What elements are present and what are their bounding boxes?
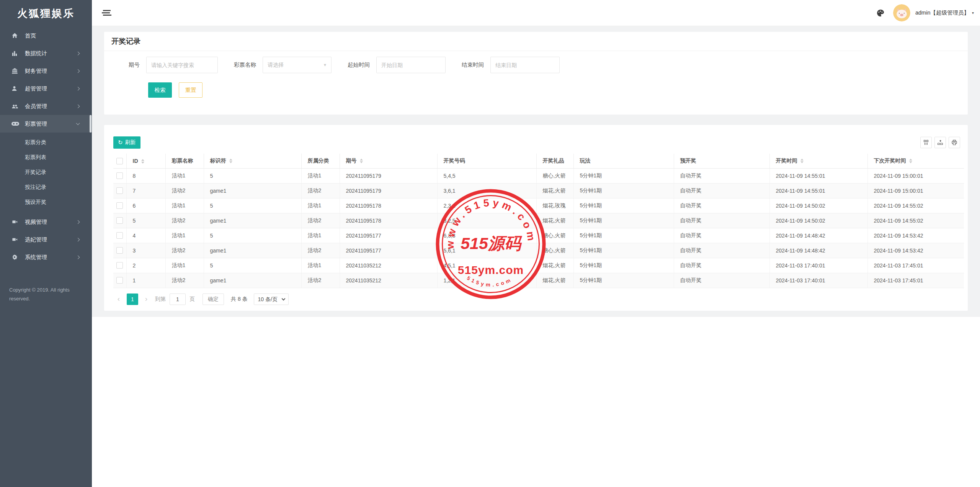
topbar-right: admin【超级管理员】 ▾ [876,4,980,21]
search-button[interactable]: 检索 [148,82,172,98]
cell-draw-gifts: 糖心,火箭 [536,168,573,183]
select-placeholder: 请选择 [268,62,284,68]
row-checkbox[interactable] [116,217,123,224]
sidebar-item-video[interactable]: 视频管理 [0,213,92,231]
cell-draw-gifts: 烟花,火箭 [536,258,573,273]
row-checkbox[interactable] [116,262,123,269]
refresh-button[interactable]: ↻ 刷新 [113,136,140,149]
refresh-icon: ↻ [118,139,123,146]
user-dropdown-caret-icon[interactable]: ▾ [972,11,974,15]
column-header-next-draw-time[interactable]: 下次开奖时间 [867,154,964,168]
column-header-issue[interactable]: 期号 [340,154,437,168]
start-date-input[interactable] [376,57,446,73]
cell-draw-numbers: 5,6,1 [437,243,536,258]
end-date-input[interactable] [490,57,560,73]
table-toolbar: ↻ 刷新 [113,136,960,149]
sidebar-item-label: 会员管理 [25,103,47,110]
prev-page-button[interactable]: ‹ [114,294,124,305]
sidebar-item-superadmin[interactable]: 超管管理 [0,80,92,97]
sidebar-subitem-lottery-list[interactable]: 彩票列表 [0,150,92,165]
select-caret-icon: ▼ [323,57,327,73]
user-icon [11,85,19,92]
pagination: ‹ 1 › 到第 页 确定 共 8 条 10 条/页 [113,293,960,305]
sidebar-item-system[interactable]: 系统管理 [0,248,92,266]
column-header-identifier[interactable]: 标识符 [204,154,301,168]
current-page-button[interactable]: 1 [127,294,138,305]
username-text[interactable]: admin【超级管理员】 [915,9,969,16]
export-icon[interactable] [934,137,946,148]
page-jump-input[interactable] [170,294,186,305]
lottery-name-select[interactable]: 请选择 ▼ [263,57,332,73]
chevron-right-icon [76,87,80,90]
sidebar-item-label: 超管管理 [25,85,47,92]
sidebar-item-members[interactable]: 会员管理 [0,97,92,115]
cell-identifier: game1 [204,213,301,228]
sort-icon[interactable] [141,159,144,164]
sidebar-item-concubine[interactable]: 选妃管理 [0,231,92,248]
cell-draw-numbers: 5,4,5 [437,168,536,183]
cell-issue: 202411095179 [340,168,437,183]
cell-id: 2 [126,258,165,273]
sidebar-subitem-bet-records[interactable]: 投注记录 [0,180,92,195]
sidebar-item-statistics[interactable]: 数据统计 [0,44,92,62]
cell-draw-gifts: 糖心,火箭 [536,243,573,258]
cell-draw-numbers: 3,6,1 [437,183,536,198]
cell-identifier: 5 [204,258,301,273]
sidebar: 火狐狸娱乐 首页 数据统计 财务管理 [0,0,92,487]
cell-category: 活动2 [301,213,340,228]
cell-next-draw-time: 2024-11-09 15:00:01 [867,168,964,183]
sidebar-scrollbar-thumb[interactable] [90,115,91,133]
sort-icon[interactable] [800,159,804,163]
cell-category: 活动1 [301,168,340,183]
cell-category: 活动1 [301,198,340,213]
sidebar-subitem-preset-draw[interactable]: 预设开奖 [0,195,92,210]
cell-next-draw-time: 2024-11-09 15:00:01 [867,183,964,198]
cell-identifier: 5 [204,198,301,213]
next-page-button[interactable]: › [141,294,151,305]
cell-id: 6 [126,198,165,213]
filter-columns-icon[interactable] [920,137,932,148]
sort-icon[interactable] [360,159,363,163]
cell-draw-time: 2024-11-09 14:48:42 [769,228,867,243]
theme-palette-icon[interactable] [876,9,885,17]
cell-draw-time: 2024-11-09 14:50:02 [769,213,867,228]
sidebar-item-lottery[interactable]: 彩票管理 [0,115,92,133]
page-size-select[interactable]: 10 条/页 [254,294,289,305]
column-header-draw-time[interactable]: 开奖时间 [769,154,867,168]
row-checkbox[interactable] [116,172,123,179]
cell-pre-draw: 自动开奖 [674,198,769,213]
row-checkbox[interactable] [116,202,123,209]
row-checkbox[interactable] [116,247,123,254]
issue-search-input[interactable] [146,57,218,73]
cell-lottery-name: 活动1 [165,198,204,213]
select-all-checkbox[interactable] [116,158,123,164]
chevron-right-icon [76,104,80,108]
cell-issue: 202411095177 [340,243,437,258]
menu-fold-icon[interactable] [102,8,111,17]
cell-lottery-name: 活动2 [165,243,204,258]
row-checkbox[interactable] [116,277,123,284]
sort-icon[interactable] [909,159,912,163]
sort-icon[interactable] [229,159,232,163]
sidebar-subitem-draw-records[interactable]: 开奖记录 [0,165,92,180]
sidebar-item-home[interactable]: 首页 [0,27,92,44]
bar-chart-icon [11,50,19,56]
cell-issue: 202411095178 [340,213,437,228]
sidebar-item-finance[interactable]: 财务管理 [0,62,92,80]
print-icon[interactable] [949,137,960,148]
cell-lottery-name: 活动1 [165,258,204,273]
confirm-page-button[interactable]: 确定 [203,294,224,305]
row-checkbox[interactable] [116,187,123,194]
cell-play-mode: 5分钟1期 [573,273,674,288]
cell-pre-draw: 自动开奖 [674,258,769,273]
cell-id: 4 [126,228,165,243]
app-root: 火狐狸娱乐 首页 数据统计 财务管理 [0,0,980,487]
cell-lottery-name: 活动1 [165,168,204,183]
user-avatar[interactable] [893,4,910,21]
sidebar-subitem-lottery-category[interactable]: 彩票分类 [0,135,92,150]
cell-play-mode: 5分钟1期 [573,198,674,213]
column-header-id[interactable]: ID [126,154,165,168]
reset-button[interactable]: 重置 [179,82,203,98]
row-checkbox[interactable] [116,232,123,239]
cell-play-mode: 5分钟1期 [573,183,674,198]
